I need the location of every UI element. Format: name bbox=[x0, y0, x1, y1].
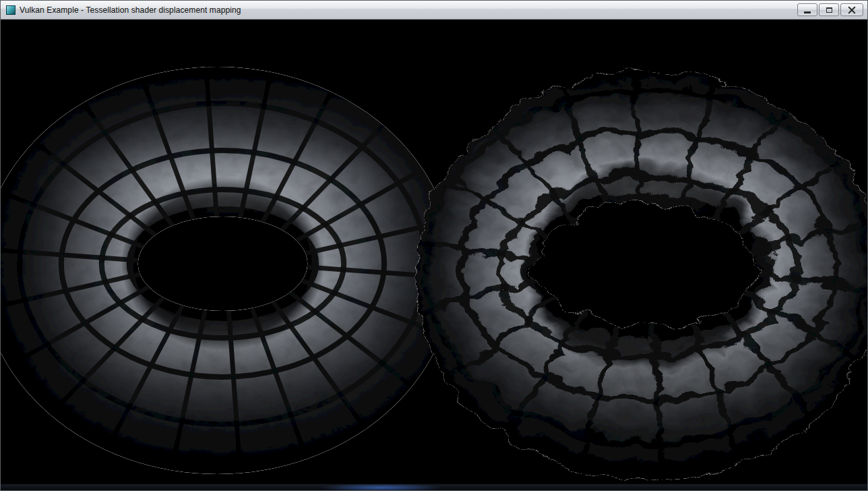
render-viewport[interactable] bbox=[1, 20, 867, 484]
maximize-icon bbox=[826, 7, 832, 13]
taskbar-strip bbox=[1, 484, 867, 491]
close-icon bbox=[848, 7, 856, 13]
vulkan-scene[interactable] bbox=[1, 20, 867, 484]
window-controls bbox=[797, 3, 863, 16]
minimize-icon bbox=[804, 11, 811, 13]
maximize-button[interactable] bbox=[819, 3, 839, 16]
close-button[interactable] bbox=[840, 3, 863, 16]
window-title: Vulkan Example - Tessellation shader dis… bbox=[20, 5, 241, 15]
minimize-button[interactable] bbox=[797, 3, 817, 16]
app-icon bbox=[6, 5, 16, 15]
app-window: Vulkan Example - Tessellation shader dis… bbox=[0, 0, 868, 491]
window-titlebar[interactable]: Vulkan Example - Tessellation shader dis… bbox=[1, 1, 867, 20]
